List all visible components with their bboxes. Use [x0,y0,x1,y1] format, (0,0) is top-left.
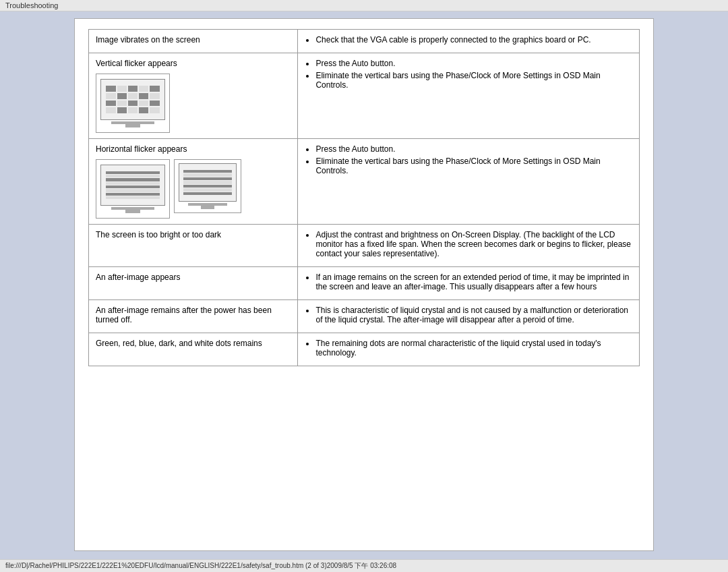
problem-text: Image vibrates on the screen [96,35,200,45]
table-row: Vertical flicker appears [89,53,640,139]
solution-list: Press the Auto button. Eliminate the ver… [305,144,632,175]
solution-list: Press the Auto button. Eliminate the ver… [305,59,632,90]
problem-text: The screen is too bright or too dark [96,230,221,239]
browser-frame: Image vibrates on the screen Check that … [0,11,728,570]
list-item: This is characteristic of liquid crystal… [315,306,632,324]
list-item: If an image remains on the screen for an… [315,273,632,291]
table-row: The screen is too bright or too dark Adj… [89,225,640,267]
problem-cell: Green, red, blue, dark, and white dots r… [89,333,298,366]
problem-cell: An after-image appears [89,267,298,300]
top-bar-label: Troubleshooting [5,1,58,9]
problem-cell: Vertical flicker appears [89,53,298,139]
problem-text: Vertical flicker appears [96,59,177,68]
status-url: file:///D|/Rachel/PHILIPS/222E1/222E1%20… [5,562,396,569]
solution-cell: Check that the VGA cable is properly con… [298,30,640,53]
table-row: Green, red, blue, dark, and white dots r… [89,333,640,366]
solution-list: If an image remains on the screen for an… [305,273,632,291]
solution-cell: If an image remains on the screen for an… [298,267,640,300]
trouble-table: Image vibrates on the screen Check that … [88,29,640,366]
solution-cell: Adjust the contrast and brightness on On… [298,225,640,267]
problem-text: An after-image remains after the power h… [96,306,272,324]
list-item: Adjust the contrast and brightness on On… [315,230,632,258]
solution-cell: This is characteristic of liquid crystal… [298,300,640,333]
solution-cell: The remaining dots are normal characteri… [298,333,640,366]
list-item: Press the Auto button. [315,144,632,154]
problem-text: An after-image appears [96,273,180,282]
list-item: Check that the VGA cable is properly con… [315,35,632,45]
problem-cell: An after-image remains after the power h… [89,300,298,333]
list-item: Eliminate the vertical bars using the Ph… [315,71,632,90]
problem-cell: Image vibrates on the screen [89,30,298,53]
solution-list: The remaining dots are normal characteri… [305,339,632,358]
monitor-image-horizontal [96,159,291,219]
solution-list: This is characteristic of liquid crystal… [305,306,632,324]
problem-cell: The screen is too bright or too dark [89,225,298,267]
list-item: Press the Auto button. [315,59,632,68]
table-row: Image vibrates on the screen Check that … [89,30,640,53]
top-bar: Troubleshooting [0,0,728,11]
status-bar: file:///D|/Rachel/PHILIPS/222E1/222E1%20… [0,559,728,572]
monitor-image-vertical [96,74,291,133]
list-item: Eliminate the vertical bars using the Ph… [315,156,632,175]
table-row: An after-image appears If an image remai… [89,267,640,300]
content-area: Image vibrates on the screen Check that … [74,18,654,551]
table-row: An after-image remains after the power h… [89,300,640,333]
solution-cell: Press the Auto button. Eliminate the ver… [298,53,640,139]
solution-cell: Press the Auto button. Eliminate the ver… [298,139,640,225]
problem-text: Horizontal flicker appears [96,144,187,154]
problem-text: Green, red, blue, dark, and white dots r… [96,339,262,348]
solution-list: Check that the VGA cable is properly con… [305,35,632,45]
table-row: Horizontal flicker appears [89,139,640,225]
problem-cell: Horizontal flicker appears [89,139,298,225]
list-item: The remaining dots are normal characteri… [315,339,632,358]
solution-list: Adjust the contrast and brightness on On… [305,230,632,258]
